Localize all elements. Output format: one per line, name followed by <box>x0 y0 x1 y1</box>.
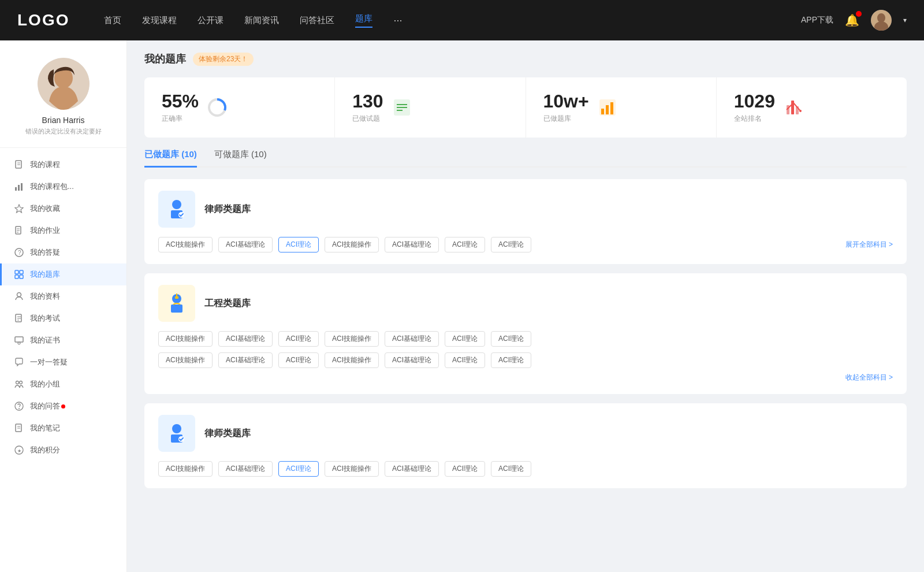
sidebar-item-answers[interactable]: ? 我的答疑 <box>0 242 126 263</box>
svg-point-30 <box>20 381 23 384</box>
sidebar-item-my-course[interactable]: 我的课程 <box>0 154 126 176</box>
user-menu-chevron[interactable]: ▾ <box>903 16 907 24</box>
chat-icon <box>14 357 24 367</box>
tag-item[interactable]: ACI基础理论 <box>218 237 273 252</box>
page-container: Brian Harris 错误的决定比没有决定要好 我的课程 我的课程包... <box>0 40 924 572</box>
svg-point-28 <box>18 342 20 344</box>
tag-item[interactable]: ACI基础理论 <box>218 461 273 477</box>
stat-done-banks-number: 10w+ <box>543 91 589 112</box>
svg-rect-56 <box>171 304 182 313</box>
tag-item[interactable]: ACI基础理论 <box>218 352 273 368</box>
tab-available-banks[interactable]: 可做题库 (10) <box>214 149 267 168</box>
qbank-card-2-tags-row2: ACI技能操作 ACI基础理论 ACI理论 ACI技能操作 ACI基础理论 AC… <box>158 352 893 368</box>
sidebar-item-group[interactable]: 我的小组 <box>0 373 126 395</box>
ranking-icon <box>783 97 804 118</box>
tag-item[interactable]: ACI理论 <box>445 237 485 252</box>
svg-rect-9 <box>18 185 20 191</box>
tag-item[interactable]: ACI技能操作 <box>158 352 213 368</box>
tag-item[interactable]: ACI理论 <box>445 352 485 368</box>
svg-rect-19 <box>20 270 23 274</box>
sidebar-item-my-qa[interactable]: 我的问答 <box>0 395 126 417</box>
tag-item[interactable]: ACI理论 <box>491 461 531 477</box>
tag-item[interactable]: ACI技能操作 <box>325 352 379 368</box>
stat-accuracy-label: 正确率 <box>162 114 199 124</box>
tag-item[interactable]: ACI理论 <box>491 331 531 347</box>
svg-rect-47 <box>610 102 613 114</box>
sidebar-item-1on1[interactable]: 一对一答疑 <box>0 351 126 373</box>
tag-item[interactable]: ACI基础理论 <box>218 331 273 347</box>
sidebar-item-favorites[interactable]: 我的收藏 <box>0 198 126 220</box>
tabs-row: 已做题库 (10) 可做题库 (10) <box>144 149 907 168</box>
tag-item[interactable]: ACI技能操作 <box>158 237 213 252</box>
nav-qa[interactable]: 问答社区 <box>300 15 334 26</box>
user-avatar-header[interactable] <box>871 10 892 31</box>
tag-item[interactable]: ACI理论 <box>445 461 485 477</box>
nav-news[interactable]: 新闻资讯 <box>244 15 279 26</box>
tag-item-active[interactable]: ACI理论 <box>278 461 319 477</box>
qbank-card-1: 律师类题库 ACI技能操作 ACI基础理论 ACI理论 ACI技能操作 ACI基… <box>144 179 907 264</box>
group-icon <box>14 379 24 389</box>
notification-bell[interactable]: 🔔 <box>845 13 859 27</box>
qbank-card-3: 律师类题库 ACI技能操作 ACI基础理论 ACI理论 ACI技能操作 ACI基… <box>144 403 907 488</box>
svg-rect-18 <box>15 270 18 274</box>
qbank-card-2-tags-row1: ACI技能操作 ACI基础理论 ACI理论 ACI技能操作 ACI基础理论 AC… <box>158 331 893 347</box>
tag-item[interactable]: ACI技能操作 <box>325 461 379 477</box>
svg-marker-11 <box>15 205 23 213</box>
sidebar-item-certificate[interactable]: 我的证书 <box>0 329 126 351</box>
accuracy-chart-icon <box>207 97 228 118</box>
sidebar-item-tiku[interactable]: 我的题库 <box>0 263 126 285</box>
collapse-link-2[interactable]: 收起全部科目 > <box>158 373 893 382</box>
tag-item[interactable]: ACI理论 <box>445 331 485 347</box>
qa-notification-dot <box>61 404 65 408</box>
tab-done-banks[interactable]: 已做题库 (10) <box>144 149 197 168</box>
sidebar-item-notes[interactable]: 我的笔记 <box>0 417 126 439</box>
nav-discover[interactable]: 发现课程 <box>142 15 177 26</box>
tag-item[interactable]: ACI理论 <box>278 352 319 368</box>
sidebar-item-points[interactable]: ★ 我的积分 <box>0 439 126 461</box>
qbank-card-2-name: 工程类题库 <box>204 298 251 310</box>
svg-point-51 <box>799 110 802 112</box>
svg-rect-27 <box>15 337 23 342</box>
stat-done-questions-label: 已做试题 <box>352 114 383 124</box>
users-icon <box>14 291 24 302</box>
page-title: 我的题库 <box>144 52 186 66</box>
app-download-button[interactable]: APP下载 <box>801 15 833 25</box>
tag-item[interactable]: ACI基础理论 <box>385 237 439 252</box>
tag-item[interactable]: ACI技能操作 <box>325 331 379 347</box>
sidebar-item-profile[interactable]: 我的资料 <box>0 285 126 307</box>
tag-item[interactable]: ACI技能操作 <box>158 461 213 477</box>
sidebar-item-homework[interactable]: 我的作业 <box>0 220 126 242</box>
stat-ranking: 1029 全站排名 <box>717 77 907 138</box>
stat-done-banks-label: 已做题库 <box>543 114 589 124</box>
stat-done-banks: 10w+ 已做题库 <box>526 77 717 138</box>
tag-item[interactable]: ACI基础理论 <box>385 331 439 347</box>
stats-row: 55% 正确率 130 已做试题 <box>144 77 907 138</box>
sidebar-profile: Brian Harris 错误的决定比没有决定要好 <box>0 58 126 148</box>
tag-item[interactable]: ACI理论 <box>278 331 319 347</box>
tag-item[interactable]: ACI理论 <box>491 237 531 252</box>
avatar <box>38 58 90 110</box>
nav-home[interactable]: 首页 <box>104 15 121 26</box>
tag-item[interactable]: ACI理论 <box>491 352 531 368</box>
qbank-icon-lawyer-1 <box>158 191 195 228</box>
tag-item[interactable]: ACI基础理论 <box>385 461 439 477</box>
qbank-card-2: 工程类题库 ACI技能操作 ACI基础理论 ACI理论 ACI技能操作 ACI基… <box>144 273 907 394</box>
sidebar-item-exam[interactable]: 我的考试 <box>0 307 126 329</box>
svg-rect-46 <box>606 105 609 114</box>
tag-item[interactable]: ACI技能操作 <box>158 331 213 347</box>
qbank-card-1-name: 律师类题库 <box>204 203 251 216</box>
svg-rect-45 <box>601 109 604 114</box>
nav-tiku[interactable]: 题库 <box>355 13 372 28</box>
tag-item[interactable]: ACI基础理论 <box>385 352 439 368</box>
nav-opencourse[interactable]: 公开课 <box>198 15 223 26</box>
qbank-icon-lawyer-3 <box>158 415 195 452</box>
stat-accuracy-number: 55% <box>162 91 199 112</box>
main-nav: 首页 发现课程 公开课 新闻资讯 问答社区 题库 ··· <box>104 13 801 28</box>
nav-more[interactable]: ··· <box>393 14 402 27</box>
sidebar-item-course-package[interactable]: 我的课程包... <box>0 176 126 198</box>
qbank-card-1-header: 律师类题库 <box>158 191 893 228</box>
qbank-card-3-header: 律师类题库 <box>158 415 893 452</box>
tag-item-active[interactable]: ACI理论 <box>278 237 319 252</box>
expand-link-1[interactable]: 展开全部科目 > <box>845 240 893 250</box>
tag-item[interactable]: ACI技能操作 <box>325 237 379 252</box>
